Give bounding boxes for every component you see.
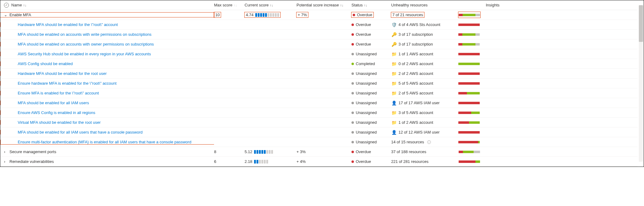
recommendation-link[interactable]: Virtual MFA should be enabled for the ro…	[18, 120, 100, 125]
resource-bar	[458, 43, 480, 46]
recommendation-link[interactable]: MFA should be enabled for all IAM users …	[18, 130, 143, 134]
max-score: 6	[214, 159, 216, 164]
col-insights-header[interactable]: Insights	[486, 3, 500, 7]
recommendation-row[interactable]: Ensure multi-factor authentication (MFA)…	[0, 137, 638, 147]
group-name[interactable]: Enable MFA	[9, 13, 31, 17]
recommendation-row[interactable]: Hardware MFA should be enabled for the r…	[0, 69, 638, 79]
status-cell: Overdue	[351, 149, 371, 154]
recommendation-row[interactable]: Ensure hardware MFA is enabled for the \…	[0, 79, 638, 88]
score-segments	[254, 160, 268, 164]
status-dot	[351, 92, 354, 94]
resource-type-icon: 🔑	[391, 42, 397, 46]
unhealthy-text: 3 of 17 subscription	[398, 42, 433, 46]
status-dot	[351, 72, 354, 75]
recommendation-link[interactable]: AWS Security Hub should be enabled in ev…	[18, 52, 151, 56]
chevron-right-icon[interactable]: ›	[4, 159, 8, 164]
resource-bar	[458, 63, 480, 65]
recommendation-link[interactable]: Hardware MFA should be enabled for the \…	[18, 22, 118, 27]
chevron-right-icon[interactable]: ›	[4, 149, 8, 154]
status-text: Unassigned	[356, 71, 377, 76]
resource-bar	[459, 160, 480, 163]
recommendation-row[interactable]: MFA should be enabled for all IAM users …	[0, 127, 638, 137]
recommendation-row[interactable]: MFA should be enabled on accounts with w…	[0, 30, 638, 39]
recommendation-link[interactable]: MFA should be enabled on accounts with w…	[18, 32, 151, 37]
info-icon[interactable]: i	[427, 140, 431, 144]
group-name[interactable]: Remediate vulnerabilities	[9, 159, 54, 164]
resource-bar	[458, 33, 480, 36]
recommendation-row[interactable]: Hardware MFA should be enabled for the \…	[0, 20, 638, 30]
resource-bar	[458, 141, 480, 143]
resource-type-icon: 📁	[391, 81, 397, 86]
col-name-header[interactable]: Name ↑↓	[11, 3, 27, 7]
status-dot	[351, 121, 354, 124]
recommendation-row[interactable]: AWS Config should be enabledCompleted📁0 …	[0, 59, 638, 69]
recommendation-row[interactable]: MFA should be enabled for all IAM usersU…	[0, 98, 638, 108]
group-row[interactable]: ⌄Enable MFA104.74 + 7% Overdue7 of 21 re…	[0, 10, 638, 20]
status-text: Unassigned	[356, 91, 377, 95]
col-status-header[interactable]: Status ↑↓	[351, 3, 367, 7]
group-row[interactable]: ›Remediate vulnerabilities62.18 + 4% Ove…	[0, 157, 638, 167]
col-unhealthy-header[interactable]: Unhealthy resources	[391, 3, 428, 7]
status-dot	[351, 112, 354, 114]
status-text: Completed	[356, 61, 375, 66]
chevron-down-icon[interactable]: ⌄	[4, 13, 8, 17]
status-cell: Overdue	[351, 159, 371, 164]
resource-bar	[459, 151, 480, 153]
resource-bar	[458, 131, 480, 134]
potential-increase: + 7%	[297, 12, 308, 17]
unhealthy-text: 3 of 17 subscription	[398, 32, 433, 37]
status-dot	[351, 160, 354, 163]
resource-type-icon: 👤	[391, 101, 397, 105]
recommendation-link[interactable]: AWS Config should be enabled	[18, 61, 73, 66]
recommendation-row[interactable]: MFA should be enabled on accounts with o…	[0, 39, 638, 49]
table-header: ✓ Name ↑↓ Max score ↑↓ Current score ↑↓ …	[0, 0, 638, 10]
recommendation-link[interactable]: Ensure MFA is enabled for the \"root\" a…	[18, 91, 99, 95]
group-row[interactable]: ›Secure management ports85.12 + 3% Overd…	[0, 147, 638, 157]
sort-icon: ↑↓	[234, 3, 237, 7]
select-all-checkbox[interactable]: ✓	[4, 3, 9, 8]
recommendation-link[interactable]: MFA should be enabled for all IAM users	[18, 101, 89, 105]
group-name[interactable]: Secure management ports	[9, 149, 56, 154]
status-text: Unassigned	[356, 101, 377, 105]
sort-icon: ↑↓	[364, 3, 367, 7]
max-score: 8	[214, 149, 216, 154]
resource-type-icon: 📁	[391, 72, 397, 76]
recommendation-link[interactable]: Ensure multi-factor authentication (MFA)…	[18, 140, 191, 144]
recommendation-link[interactable]: Ensure AWS Config is enabled in all regi…	[18, 110, 95, 115]
status-dot	[351, 53, 354, 55]
status-dot	[353, 14, 355, 16]
recommendation-link[interactable]: MFA should be enabled on accounts with o…	[18, 42, 154, 46]
current-score: 2.18	[245, 159, 268, 164]
recommendation-row[interactable]: Ensure AWS Config is enabled in all regi…	[0, 108, 638, 118]
recommendation-link[interactable]: Hardware MFA should be enabled for the r…	[18, 71, 107, 76]
col-maxscore-header[interactable]: Max score ↑↓	[214, 3, 237, 7]
status-text: Unassigned	[356, 140, 377, 144]
potential-increase: + 4%	[297, 159, 306, 164]
score-segments	[254, 150, 273, 154]
max-score: 10	[214, 12, 221, 17]
recommendation-row[interactable]: Virtual MFA should be enabled for the ro…	[0, 118, 638, 127]
recommendation-row[interactable]: AWS Security Hub should be enabled in ev…	[0, 49, 638, 59]
scrollbar-thumb[interactable]	[639, 5, 643, 42]
status-text: Unassigned	[356, 120, 377, 125]
status-dot	[351, 24, 354, 26]
resource-type-icon: 📁	[391, 62, 397, 66]
current-score: 4.74	[245, 12, 280, 17]
unhealthy-text: 3 of 5 AWS account	[398, 110, 433, 115]
recommendation-row[interactable]: Ensure MFA is enabled for the \"root\" a…	[0, 88, 638, 98]
status-dot	[351, 131, 354, 134]
resource-bar	[458, 82, 480, 85]
status-dot	[351, 33, 354, 36]
potential-increase: + 3%	[297, 149, 306, 154]
recommendation-link[interactable]: Ensure hardware MFA is enabled for the \…	[18, 81, 117, 86]
status-dot	[351, 43, 354, 46]
status-text: Overdue	[356, 22, 371, 27]
unhealthy-text: 14 of 15 resources	[391, 140, 424, 144]
unhealthy-text: 37 of 188 resources	[391, 149, 426, 154]
resource-bar	[458, 24, 480, 26]
col-potential-header[interactable]: Potential score increase ↑↓	[297, 3, 344, 7]
status-dot	[351, 63, 354, 65]
col-currentscore-header[interactable]: Current score ↑↓	[245, 3, 273, 7]
status-text: Overdue	[356, 32, 371, 37]
unhealthy-text: 2 of 2 AWS account	[398, 71, 433, 76]
